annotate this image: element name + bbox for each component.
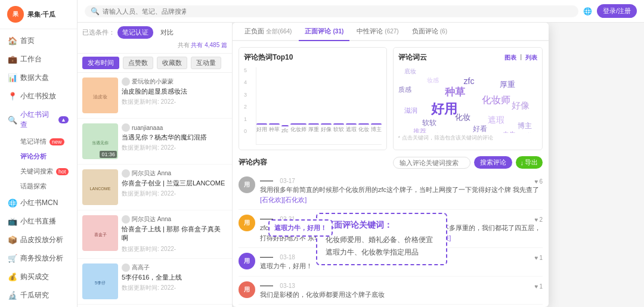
sidebar-item-live[interactable]: 📺 小红书直播 — [0, 212, 77, 231]
word-cloud-word[interactable]: 底妆 — [404, 67, 416, 76]
sidebar-item-mcn-label: 小红书MCN — [20, 198, 58, 208]
tab-neutral[interactable]: 中性评论 (627) — [351, 23, 404, 40]
avatar — [122, 263, 130, 272]
sidebar-item-xiaohongshu[interactable]: 📍 小红书投放 — [0, 87, 77, 106]
sort-bar: 发布时间 点赞数 收藏数 互动量 — [78, 54, 232, 73]
sidebar-item-keyword-search[interactable]: 关键词搜索 hot — [16, 164, 77, 179]
author-name: 阿尔贝达 Anna — [132, 169, 171, 178]
sort-btn-likes[interactable]: 点赞数 — [123, 57, 153, 69]
comment-item: 用 —— 03-13 ♥ 1 — [239, 277, 543, 305]
word-cloud-word[interactable]: 妆感 — [427, 76, 439, 85]
note-info: 阿尔贝达 Anna 你喜盒子创业 | 兰蔻三层LANCOME 数据更新时间: 2… — [122, 169, 227, 205]
export-button[interactable]: ↓ 导出 — [516, 156, 543, 169]
y-axis: 5 4 3 2 1 0 — [244, 67, 253, 145]
bar-item[interactable]: zfc — [281, 125, 289, 134]
bar-item[interactable]: 博主 — [371, 123, 382, 134]
y-label-1: 1 — [244, 116, 253, 122]
list-item[interactable]: 喜盒子 阿尔贝达 Anna 恰喜盒子上线 | 那那 你喜盒子真美啊 数据更新时间… — [78, 210, 232, 259]
live-icon: 📺 — [8, 218, 17, 226]
highlight-text: [石化欢][石化欢] — [260, 196, 306, 203]
bar-item[interactable]: 软软 — [333, 123, 344, 134]
comment-item: 用 —— 03-17 ♥ 6 — [239, 172, 543, 210]
filter-tag-note[interactable]: 笔记认证 — [117, 26, 153, 39]
word-cloud-word[interactable]: 力牛 — [503, 130, 516, 133]
word-cloud-word[interactable]: 好用 — [431, 100, 457, 118]
bar-item[interactable]: 厚重 — [308, 123, 319, 134]
sidebar-item-product[interactable]: 📦 品皮投放分析 — [0, 231, 77, 249]
sidebar-item-home[interactable]: 🏠 首页 — [0, 32, 77, 50]
sort-btn-collect[interactable]: 收藏数 — [157, 57, 187, 69]
databoard-icon: 📊 — [8, 74, 17, 82]
word-cloud-word[interactable]: 好看 — [473, 124, 487, 133]
sidebar-item-research[interactable]: 🔬 千瓜研究 — [0, 286, 77, 305]
note-info: 高高子 5李仔616，全量上线 数据更新时间: 2022- — [122, 263, 227, 299]
login-button[interactable]: 登录/注册 — [597, 4, 637, 18]
word-cloud-word[interactable]: 推荐 — [413, 127, 426, 133]
chart-view-table[interactable]: 图表 — [504, 54, 516, 62]
word-cloud-word[interactable]: 化妆师 — [482, 94, 510, 107]
comment-likes: ♥ 6 — [535, 178, 543, 185]
word-cloud-word[interactable]: 覆盖 — [521, 132, 532, 133]
search-input[interactable] — [103, 8, 186, 15]
bar-item[interactable]: 好像 — [321, 123, 332, 134]
list-item[interactable]: 当遇见你 01:36 ruanjianaaa 当遇见你？杨杰华的魔幻混搭 数据更… — [78, 119, 232, 165]
sidebar-item-note-analysis[interactable]: 笔记详情 new — [16, 134, 77, 149]
analysis-modal: 正负面 全部(664) 正面评论 (31) 中性评论 (627) 负面评论 (6… — [233, 23, 549, 307]
word-cloud-word[interactable]: 厚重 — [500, 79, 515, 90]
sidebar-item-buy[interactable]: 💰 购买成交 — [0, 268, 77, 286]
sort-btn-interact[interactable]: 互动量 — [191, 57, 221, 69]
bar-item[interactable]: 化妆师 — [290, 123, 306, 134]
sidebar-item-academy[interactable]: 🎓 千瓜学院 — [0, 305, 77, 307]
bar-chart-box: 评论热词Top10 5 4 3 2 1 0 — [239, 47, 387, 150]
sidebar-item-buy-label: 购买成交 — [20, 272, 49, 282]
note-thumbnail: 喜盒子 — [82, 215, 118, 251]
filter-bar: 已选条件： 笔记认证 对比 共有 共有 4,485 篇 — [78, 23, 232, 54]
list-item[interactable]: LANCOME 阿尔贝达 Anna 你喜盒子创业 | 兰蔻三层LANCOME 数… — [78, 165, 232, 210]
bar-item[interactable]: 种草 — [269, 123, 280, 134]
sidebar-item-topic-explore[interactable]: 话题探索 — [16, 179, 77, 194]
word-cloud-word[interactable]: 滋润 — [404, 106, 417, 115]
like-count: 1 — [539, 283, 543, 290]
comment-content: —— 03-17 ♥ 6 我用很多年前简直的时候那个化妆所用的 — [260, 176, 543, 204]
comment-text: 我们是影楼的，化妆师都要用这个牌子底妆 — [260, 290, 543, 300]
word-cloud-word[interactable]: 种草 — [445, 85, 465, 99]
like-icon: ♥ — [535, 255, 538, 261]
sidebar-item-commerce[interactable]: 🛒 商务投放分析 — [0, 249, 77, 268]
list-item[interactable]: 5李仔 高高子 5李仔616，全量上线 数据更新时间: 2022- — [78, 259, 232, 305]
sort-btn-time[interactable]: 发布时间 — [82, 57, 119, 69]
tab-all[interactable]: 正负面 全部(664) — [239, 23, 298, 40]
like-count: 1 — [539, 255, 543, 261]
word-cloud-word[interactable]: 遮瑕 — [488, 115, 504, 126]
sidebar-item-comment-analysis[interactable]: 评论分析 — [16, 149, 77, 164]
sidebar-item-note-search[interactable]: 🔍 小红书词查 ▲ — [0, 106, 77, 134]
note-author: 阿尔贝达 Anna — [122, 169, 227, 178]
filter-tag-compare[interactable]: 对比 — [156, 26, 178, 39]
comment-search-input[interactable] — [393, 157, 470, 169]
bar-item[interactable]: 遮瑕 — [346, 123, 357, 134]
list-item[interactable]: 油皮妆 爱玩妆的小蒙蒙 油皮脸的超显质感妆法 数据更新时间: 2022- — [78, 73, 232, 119]
word-cloud-word[interactable]: 化妆 — [455, 112, 470, 123]
search-comment-button[interactable]: 搜索评论 — [474, 156, 512, 169]
comment-date: 03-17 — [280, 178, 295, 184]
bar-item[interactable]: 化妆 — [358, 123, 369, 134]
product-icon: 📦 — [8, 236, 17, 244]
word-cloud-word[interactable]: 好像 — [512, 100, 530, 111]
avatar — [122, 123, 130, 132]
sidebar-item-workbench[interactable]: 💼 工作台 — [0, 50, 77, 69]
bar-label: 化妆师 — [290, 126, 306, 134]
word-cloud-word[interactable]: 皮肤 — [434, 132, 446, 133]
tab-negative[interactable]: 负面评论 (6) — [406, 23, 453, 40]
sidebar-item-databoard[interactable]: 📊 数据大盘 — [0, 69, 77, 87]
word-cloud-word[interactable]: 质感 — [398, 85, 411, 94]
logo-icon: 果 — [7, 6, 24, 23]
sidebar-item-mcn[interactable]: 🌐 小红书MCN — [0, 194, 77, 212]
chart-view-list[interactable]: 列表 — [525, 54, 537, 62]
note-search-icon: 🔍 — [8, 116, 17, 124]
bar-chart-title: 评论热词Top10 — [244, 52, 382, 63]
y-label-2: 2 — [244, 104, 253, 110]
tab-positive[interactable]: 正面评论 (31) — [299, 23, 349, 40]
like-icon: ♥ — [535, 283, 538, 290]
bar-item[interactable]: 好用 — [256, 123, 267, 134]
word-cloud-word[interactable]: zfc — [464, 76, 475, 86]
word-cloud-word[interactable]: 博主 — [518, 121, 532, 131]
